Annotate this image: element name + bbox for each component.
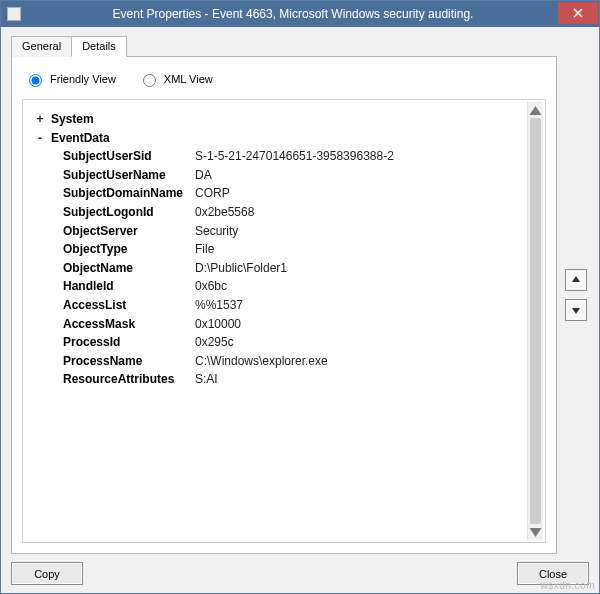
field-key: ObjectServer [63, 222, 195, 241]
tab-general[interactable]: General [11, 36, 72, 57]
field-row: ObjectServerSecurity [63, 222, 519, 241]
field-row: ProcessId0x295c [63, 333, 519, 352]
field-key: ObjectType [63, 240, 195, 259]
eventdata-label: EventData [51, 129, 110, 148]
field-key: SubjectDomainName [63, 184, 195, 203]
svg-marker-4 [572, 276, 580, 282]
tab-details[interactable]: Details [71, 36, 127, 57]
field-key: SubjectLogonId [63, 203, 195, 222]
svg-marker-3 [530, 528, 542, 537]
field-key: ProcessId [63, 333, 195, 352]
field-value: 0x10000 [195, 315, 241, 334]
xml-view-label: XML View [164, 73, 213, 85]
dialog-body: General Details Friendly View XML View [1, 27, 599, 593]
friendly-view-label: Friendly View [50, 73, 116, 85]
field-value: DA [195, 166, 212, 185]
field-key: ProcessName [63, 352, 195, 371]
field-row: SubjectLogonId0x2be5568 [63, 203, 519, 222]
vertical-scrollbar[interactable] [527, 102, 543, 540]
arrow-up-icon [571, 275, 581, 285]
field-row: ObjectTypeFile [63, 240, 519, 259]
scroll-down-icon[interactable] [528, 524, 543, 540]
scroll-thumb[interactable] [530, 118, 541, 524]
arrow-down-icon [571, 305, 581, 315]
field-value: File [195, 240, 214, 259]
field-row: SubjectUserSidS-1-5-21-2470146651-395839… [63, 147, 519, 166]
details-panel: Friendly View XML View + System [11, 56, 557, 554]
copy-button[interactable]: Copy [11, 562, 83, 585]
field-key: AccessList [63, 296, 195, 315]
xml-view-input[interactable] [143, 74, 156, 87]
field-value: S:AI [195, 370, 218, 389]
field-key: SubjectUserSid [63, 147, 195, 166]
titlebar: Event Properties - Event 4663, Microsoft… [1, 1, 599, 27]
collapse-icon[interactable]: - [33, 129, 47, 148]
event-tree: + System - EventData SubjectUserSidS-1-5… [33, 110, 539, 389]
next-event-button[interactable] [565, 299, 587, 321]
field-value: 0x2be5568 [195, 203, 254, 222]
field-value: CORP [195, 184, 230, 203]
expand-icon[interactable]: + [33, 110, 47, 129]
prev-event-button[interactable] [565, 269, 587, 291]
field-row: ResourceAttributesS:AI [63, 370, 519, 389]
window-title: Event Properties - Event 4663, Microsoft… [27, 7, 559, 21]
field-row: AccessMask0x10000 [63, 315, 519, 334]
event-properties-window: Event Properties - Event 4663, Microsoft… [0, 0, 600, 594]
xml-view-radio[interactable]: XML View [138, 71, 213, 87]
field-value: Security [195, 222, 238, 241]
event-details-box: + System - EventData SubjectUserSidS-1-5… [22, 99, 546, 543]
field-value: C:\Windows\explorer.exe [195, 352, 328, 371]
record-nav-column [563, 35, 589, 554]
window-close-button[interactable] [558, 2, 598, 24]
svg-marker-2 [530, 106, 542, 115]
field-row: ObjectNameD:\Public\Folder1 [63, 259, 519, 278]
eventdata-fields: SubjectUserSidS-1-5-21-2470146651-395839… [63, 147, 519, 389]
system-label: System [51, 110, 94, 129]
field-row: HandleId0x6bc [63, 277, 519, 296]
field-value: D:\Public\Folder1 [195, 259, 287, 278]
field-value: 0x6bc [195, 277, 227, 296]
field-key: ObjectName [63, 259, 195, 278]
field-row: SubjectDomainNameCORP [63, 184, 519, 203]
field-key: AccessMask [63, 315, 195, 334]
field-row: AccessList%%1537 [63, 296, 519, 315]
system-node[interactable]: + System [33, 110, 519, 129]
field-value: S-1-5-21-2470146651-3958396388-2 [195, 147, 394, 166]
field-row: SubjectUserNameDA [63, 166, 519, 185]
field-value: %%1537 [195, 296, 243, 315]
svg-marker-5 [572, 308, 580, 314]
field-key: SubjectUserName [63, 166, 195, 185]
field-row: ProcessNameC:\Windows\explorer.exe [63, 352, 519, 371]
close-icon [573, 8, 583, 18]
field-value: 0x295c [195, 333, 234, 352]
friendly-view-radio[interactable]: Friendly View [24, 71, 116, 87]
app-icon [7, 7, 21, 21]
field-key: HandleId [63, 277, 195, 296]
field-key: ResourceAttributes [63, 370, 195, 389]
friendly-view-input[interactable] [29, 74, 42, 87]
watermark: wsxdn.com [540, 580, 595, 591]
dialog-buttons: Copy Close [11, 554, 589, 587]
scroll-up-icon[interactable] [528, 102, 543, 118]
tab-strip: General Details [11, 35, 557, 56]
eventdata-node[interactable]: - EventData [33, 129, 519, 148]
view-mode-row: Friendly View XML View [22, 67, 546, 99]
